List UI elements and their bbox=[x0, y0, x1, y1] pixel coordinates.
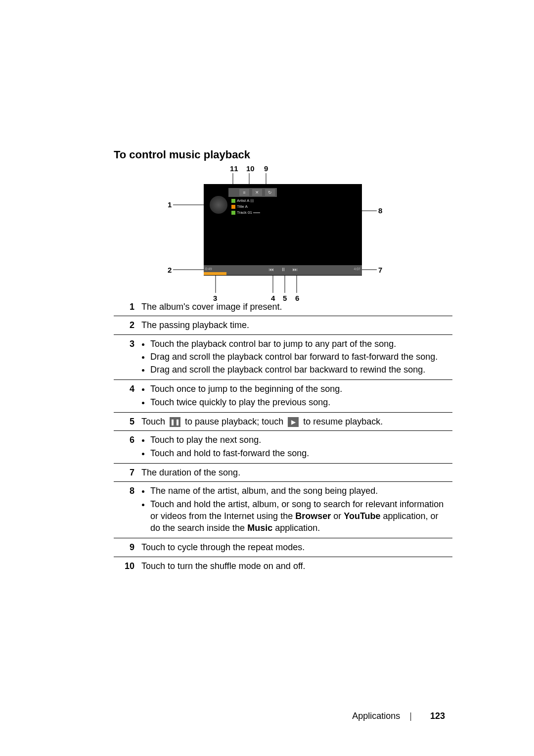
prev-icon[interactable]: ⏮ bbox=[269, 267, 274, 272]
page-footer: Applications | 123 bbox=[352, 711, 445, 721]
callout-description-table: 1The album's cover image if present. 2Th… bbox=[114, 298, 452, 575]
playback-progress[interactable] bbox=[204, 272, 226, 275]
track-metadata[interactable]: Artist A ▤ Title A Track 01 bbox=[231, 198, 260, 216]
list-item: Touch once to jump to the beginning of t… bbox=[150, 383, 449, 395]
title-label: Title A bbox=[237, 204, 248, 209]
table-row: 8 The name of the artist, album, and the… bbox=[114, 482, 452, 538]
next-icon[interactable]: ⏭ bbox=[293, 267, 298, 272]
list-item: Touch and hold to fast-forward the song. bbox=[150, 447, 449, 459]
music-player-screenshot: ≡ ✕ ↻ Artist A ▤ Title A Track 01 0:49 4… bbox=[204, 184, 362, 276]
elapsed-time: 0:49 bbox=[205, 267, 212, 271]
page-number: 123 bbox=[430, 711, 445, 721]
table-row: 9Touch to cycle through the repeat modes… bbox=[114, 538, 452, 557]
pause-icon[interactable]: ⏸ bbox=[281, 267, 286, 272]
track-label: Track 01 bbox=[237, 210, 252, 215]
list-item: Drag and scroll the playback control bar… bbox=[150, 351, 449, 363]
pause-inline-icon: ❚❚ bbox=[170, 417, 180, 427]
footer-section: Applications bbox=[352, 711, 400, 721]
list-item: The name of the artist, album, and the s… bbox=[150, 485, 449, 497]
playlist-icon[interactable]: ≡ bbox=[239, 189, 249, 196]
play-inline-icon: ▶ bbox=[288, 417, 299, 427]
section-heading: To control music playback bbox=[114, 148, 452, 161]
table-row: 6 Touch to play the next song. Touch and… bbox=[114, 431, 452, 464]
repeat-icon[interactable]: ↻ bbox=[265, 189, 275, 196]
list-item: Touch and hold the artist, album, or son… bbox=[150, 498, 449, 534]
table-row: 5 Touch ❚❚ to pause playback; touch ▶ to… bbox=[114, 413, 452, 431]
album-art bbox=[210, 196, 227, 214]
table-row: 10Touch to turn the shuffle mode on and … bbox=[114, 557, 452, 575]
table-row: 7The duration of the song. bbox=[114, 463, 452, 481]
table-row: 2The passing playback time. bbox=[114, 316, 452, 334]
shuffle-icon[interactable]: ✕ bbox=[252, 189, 262, 196]
artist-label: Artist A bbox=[237, 198, 249, 203]
list-item: Touch the playback control bar to jump t… bbox=[150, 338, 449, 350]
total-time: 4:07 bbox=[354, 267, 360, 271]
table-row: 3 Touch the playback control bar to jump… bbox=[114, 334, 452, 380]
annotated-figure: 11 10 9 1 8 2 7 3 4 5 6 bbox=[143, 164, 391, 313]
list-item: Touch twice quickly to play the previous… bbox=[150, 396, 449, 408]
list-item: Touch to play the next song. bbox=[150, 434, 449, 446]
table-row: 4 Touch once to jump to the beginning of… bbox=[114, 380, 452, 413]
list-item: Drag and scroll the playback control bar… bbox=[150, 364, 449, 376]
